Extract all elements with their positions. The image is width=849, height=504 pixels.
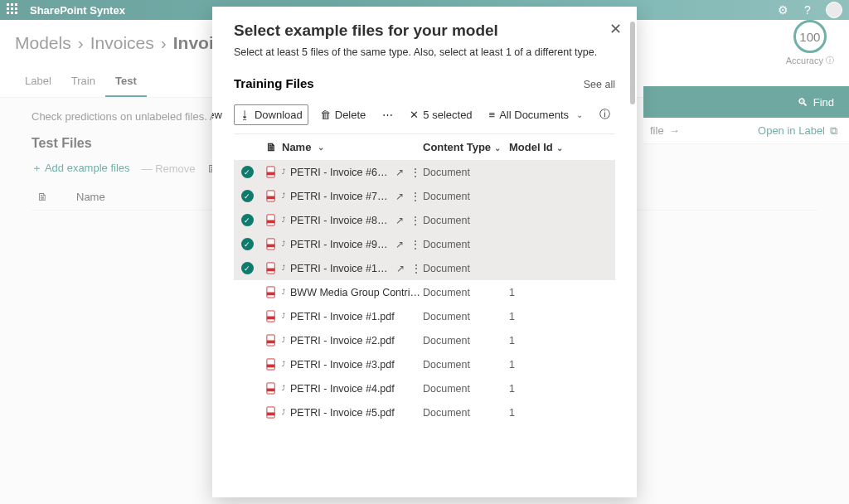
command-bar: ▦Edit in grid view ⭳Download 🗑Delete ⋯ ✕… [234, 99, 615, 134]
close-icon[interactable]: ✕ [609, 20, 622, 38]
column-headers: 🗎 Name⌄ Content Type⌄ Model Id⌄ [234, 134, 615, 160]
delete-button[interactable]: 🗑Delete [315, 105, 371, 124]
model-id-cell: 1 [509, 359, 565, 371]
svg-rect-13 [266, 317, 274, 320]
content-type-cell: Document [423, 335, 509, 346]
pdf-icon [260, 406, 282, 419]
table-row[interactable]: ✓⤴PETRI - Invoice #8.pdf↗⋮Document [234, 208, 615, 232]
table-row[interactable]: ⤴PETRI - Invoice #4.pdfDocument1 [234, 376, 615, 400]
scrollbar[interactable] [628, 22, 635, 491]
info-button[interactable]: ⓘ [594, 104, 615, 125]
clear-selection[interactable]: ✕5 selected [405, 105, 477, 124]
row-more-icon[interactable]: ⋮ [409, 166, 423, 179]
section-training-files: Training Files [234, 76, 314, 90]
share-icon[interactable]: ↗ [395, 167, 404, 178]
edit-grid-button[interactable]: ▦Edit in grid view [212, 105, 227, 124]
row-more-icon[interactable]: ⋮ [409, 190, 423, 203]
checked-icon[interactable]: ✓ [241, 166, 254, 178]
model-id-cell: 1 [509, 287, 565, 298]
table-row[interactable]: ✓⤴PETRI - Invoice #10.pdf↗⋮Document [234, 256, 615, 280]
row-more-icon[interactable]: ⋮ [409, 238, 423, 251]
table-row[interactable]: ⤴PETRI - Invoice #2.pdfDocument1 [234, 328, 615, 352]
pdf-icon [260, 190, 282, 202]
view-selector[interactable]: ≡All Documents⌄ [484, 105, 588, 124]
svg-rect-9 [266, 269, 274, 272]
pdf-icon [260, 262, 282, 274]
table-row[interactable]: ⤴BWW Media Group Contributor A…Document1 [234, 280, 615, 304]
row-more-icon[interactable]: ⋮ [410, 262, 423, 275]
chevron-down-icon: ⌄ [318, 143, 324, 152]
trash-icon: 🗑 [320, 109, 331, 121]
pdf-icon [260, 310, 282, 322]
svg-rect-11 [266, 293, 274, 296]
content-type-cell: Document [423, 215, 509, 226]
share-icon[interactable]: ↗ [395, 215, 404, 226]
checked-icon[interactable]: ✓ [241, 238, 254, 250]
pdf-icon [260, 166, 282, 178]
pdf-icon [260, 382, 282, 395]
chevron-down-icon: ⌄ [556, 143, 563, 153]
table-row[interactable]: ⤴PETRI - Invoice #5.pdfDocument1 [234, 400, 615, 424]
modal-title: Select example files for your model [234, 22, 615, 40]
file-type-col[interactable]: 🗎 [260, 141, 282, 153]
row-more-icon[interactable]: ⋮ [409, 214, 423, 227]
file-name[interactable]: PETRI - Invoice #2.pdf [290, 335, 395, 346]
model-id-cell: 1 [509, 383, 565, 395]
content-type-cell: Document [423, 407, 509, 419]
model-id-cell: 1 [509, 335, 565, 346]
content-type-cell: Document [423, 167, 509, 178]
file-name[interactable]: PETRI - Invoice #8.pdf [290, 215, 391, 226]
file-name[interactable]: PETRI - Invoice #3.pdf [290, 359, 395, 371]
content-type-cell: Document [423, 191, 509, 202]
name-col[interactable]: Name⌄ [282, 141, 423, 153]
content-type-cell: Document [423, 239, 509, 250]
pdf-icon [260, 238, 282, 250]
file-name[interactable]: PETRI - Invoice #7.pdf [290, 191, 391, 202]
pdf-icon [260, 214, 282, 226]
model-id-cell: 1 [509, 311, 565, 322]
svg-rect-17 [266, 365, 274, 368]
share-icon[interactable]: ↗ [396, 263, 405, 274]
table-row[interactable]: ✓⤴PETRI - Invoice #7.pdf↗⋮Document [234, 184, 615, 208]
share-icon[interactable]: ↗ [395, 239, 404, 250]
file-name[interactable]: PETRI - Invoice #1.pdf [290, 311, 395, 322]
file-name[interactable]: PETRI - Invoice #9.pdf [290, 239, 391, 250]
see-all-link[interactable]: See all [584, 79, 615, 90]
pdf-icon [260, 334, 282, 346]
file-name[interactable]: PETRI - Invoice #6.pdf [290, 167, 391, 178]
file-name[interactable]: PETRI - Invoice #4.pdf [290, 383, 395, 395]
svg-rect-15 [266, 341, 274, 344]
share-icon[interactable]: ↗ [395, 191, 404, 202]
checked-icon[interactable]: ✓ [241, 262, 254, 274]
x-icon: ✕ [410, 109, 419, 121]
svg-rect-7 [266, 245, 274, 248]
file-list: ✓⤴PETRI - Invoice #6.pdf↗⋮Document✓⤴PETR… [234, 160, 615, 424]
content-type-cell: Document [423, 311, 509, 322]
table-row[interactable]: ⤴PETRI - Invoice #1.pdfDocument1 [234, 304, 615, 328]
list-icon: ≡ [489, 109, 496, 121]
checked-icon[interactable]: ✓ [241, 214, 254, 226]
content-type-col[interactable]: Content Type⌄ [423, 141, 509, 153]
file-name[interactable]: PETRI - Invoice #5.pdf [290, 407, 395, 419]
select-files-modal: ✕ Select example files for your model Se… [212, 7, 637, 497]
download-button[interactable]: ⭳Download [234, 104, 308, 125]
svg-rect-5 [266, 220, 274, 224]
table-row[interactable]: ✓⤴PETRI - Invoice #6.pdf↗⋮Document [234, 160, 615, 184]
file-name[interactable]: PETRI - Invoice #10.pdf [290, 263, 391, 274]
chevron-down-icon: ⌄ [576, 110, 583, 119]
overflow-button[interactable]: ⋯ [377, 105, 398, 124]
chevron-down-icon: ⌄ [494, 143, 501, 153]
download-icon: ⭳ [240, 109, 250, 121]
model-id-col[interactable]: Model Id⌄ [509, 141, 565, 153]
checked-icon[interactable]: ✓ [241, 190, 254, 202]
info-icon: ⓘ [599, 107, 610, 122]
modal-subtitle: Select at least 5 files of the same type… [234, 46, 615, 58]
table-row[interactable]: ✓⤴PETRI - Invoice #9.pdf↗⋮Document [234, 232, 615, 256]
content-type-cell: Document [423, 383, 509, 395]
file-name[interactable]: BWW Media Group Contributor A… [290, 287, 423, 298]
model-id-cell: 1 [509, 407, 565, 419]
svg-rect-21 [266, 413, 274, 416]
table-row[interactable]: ⤴PETRI - Invoice #3.pdfDocument1 [234, 352, 615, 376]
pdf-icon [260, 286, 282, 298]
pdf-icon [260, 358, 282, 371]
